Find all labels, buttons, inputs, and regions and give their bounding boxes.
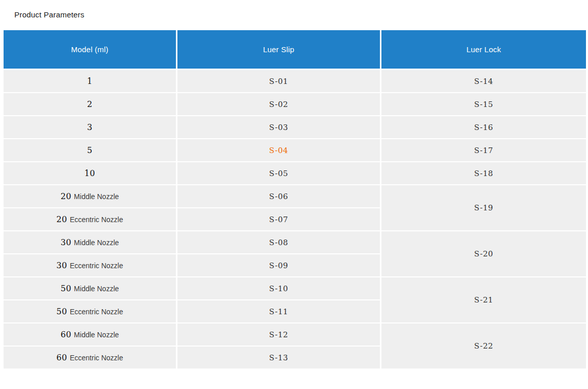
luer-lock-cell: S-15 bbox=[381, 93, 586, 116]
model-label: Eccentric Nozzle bbox=[70, 308, 123, 316]
luer-slip-cell: S-11 bbox=[177, 300, 381, 323]
luer-lock-cell: S-21 bbox=[381, 277, 586, 323]
model-number: 60 bbox=[60, 330, 71, 339]
luer-slip-cell: S-13 bbox=[177, 347, 381, 370]
luer-lock-cell: S-16 bbox=[381, 116, 586, 139]
luer-slip-cell: S-08 bbox=[177, 231, 381, 254]
model-cell: 50Eccentric Nozzle bbox=[4, 300, 177, 323]
model-cell: 60Middle Nozzle bbox=[4, 323, 177, 347]
model-cell: 10 bbox=[4, 162, 177, 185]
luer-slip-cell: S-10 bbox=[177, 277, 381, 300]
model-number: 50 bbox=[56, 307, 67, 316]
model-label: Eccentric Nozzle bbox=[70, 262, 123, 270]
model-label: Middle Nozzle bbox=[74, 192, 119, 201]
model-label: Eccentric Nozzle bbox=[70, 354, 123, 362]
luer-lock-cell: S-19 bbox=[381, 185, 586, 231]
column-header-luer-lock: Luer Lock bbox=[381, 30, 586, 70]
luer-slip-cell: S-07 bbox=[177, 208, 381, 231]
model-number: 30 bbox=[56, 261, 67, 270]
table-body: 1S-01S-142S-02S-153S-03S-165S-04S-1710S-… bbox=[4, 70, 586, 370]
luer-slip-cell: S-02 bbox=[177, 93, 381, 116]
product-parameters-page: Product Parameters Model (ml) Luer Slip … bbox=[0, 0, 588, 389]
model-number: 50 bbox=[60, 284, 71, 293]
model-number: 2 bbox=[87, 99, 93, 109]
luer-slip-cell: S-04 bbox=[177, 139, 381, 162]
luer-lock-cell: S-22 bbox=[381, 323, 586, 370]
luer-slip-cell: S-05 bbox=[177, 162, 381, 185]
model-number: 20 bbox=[60, 191, 71, 201]
model-cell: 30Middle Nozzle bbox=[4, 231, 177, 254]
table-row: 5S-04S-17 bbox=[4, 139, 586, 162]
column-header-luer-slip: Luer Slip bbox=[177, 30, 381, 70]
model-number: 3 bbox=[87, 122, 93, 132]
model-cell: 60Eccentric Nozzle bbox=[4, 347, 177, 370]
luer-lock-cell: S-20 bbox=[381, 231, 586, 277]
table-row: 1S-01S-14 bbox=[4, 70, 586, 93]
model-cell: 2 bbox=[4, 93, 177, 116]
luer-slip-cell: S-01 bbox=[177, 70, 381, 93]
model-number: 60 bbox=[56, 353, 67, 362]
product-parameters-table: Model (ml) Luer Slip Luer Lock 1S-01S-14… bbox=[4, 30, 586, 370]
luer-lock-cell: S-18 bbox=[381, 162, 586, 185]
luer-slip-cell: S-06 bbox=[177, 185, 381, 208]
model-cell: 30Eccentric Nozzle bbox=[4, 254, 177, 277]
model-number: 10 bbox=[84, 168, 95, 178]
header-row: Model (ml) Luer Slip Luer Lock bbox=[4, 30, 586, 70]
model-number: 30 bbox=[60, 237, 71, 247]
model-cell: 3 bbox=[4, 116, 177, 139]
table-row: 50Middle NozzleS-10S-21 bbox=[4, 277, 586, 300]
table-header: Model (ml) Luer Slip Luer Lock bbox=[4, 30, 586, 70]
model-number: 20 bbox=[56, 214, 67, 224]
model-cell: 20Middle Nozzle bbox=[4, 185, 177, 208]
page-title: Product Parameters bbox=[0, 0, 588, 19]
table-row: 60Middle NozzleS-12S-22 bbox=[4, 323, 586, 347]
luer-lock-cell: S-17 bbox=[381, 139, 586, 162]
luer-slip-cell: S-12 bbox=[177, 323, 381, 347]
table-row: 2S-02S-15 bbox=[4, 93, 586, 116]
model-label: Middle Nozzle bbox=[74, 239, 119, 247]
table-row: 3S-03S-16 bbox=[4, 116, 586, 139]
luer-slip-cell: S-09 bbox=[177, 254, 381, 277]
model-cell: 20Eccentric Nozzle bbox=[4, 208, 177, 231]
luer-lock-cell: S-14 bbox=[381, 70, 586, 93]
model-cell: 50Middle Nozzle bbox=[4, 277, 177, 300]
model-cell: 1 bbox=[4, 70, 177, 93]
table-row: 30Middle NozzleS-08S-20 bbox=[4, 231, 586, 254]
model-cell: 5 bbox=[4, 139, 177, 162]
luer-slip-cell: S-03 bbox=[177, 116, 381, 139]
model-number: 1 bbox=[87, 76, 93, 86]
model-number: 5 bbox=[87, 145, 93, 155]
table-row: 10S-05S-18 bbox=[4, 162, 586, 185]
table-row: 20Middle NozzleS-06S-19 bbox=[4, 185, 586, 208]
model-label: Eccentric Nozzle bbox=[70, 215, 123, 224]
model-label: Middle Nozzle bbox=[74, 331, 119, 339]
model-label: Middle Nozzle bbox=[74, 285, 119, 293]
column-header-model: Model (ml) bbox=[4, 30, 177, 70]
